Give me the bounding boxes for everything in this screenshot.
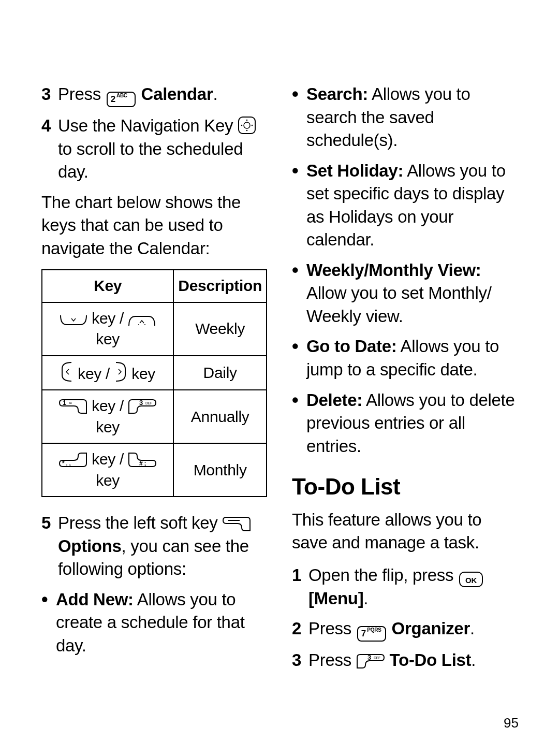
bullet-body: Delete: Allows you to delete previous en… — [306, 389, 518, 458]
down-key-icon — [60, 310, 87, 327]
bold-text: Calendar — [141, 84, 213, 104]
left-column: 3 Press 2 ABC Calendar. 4 Use the Naviga… — [41, 83, 267, 679]
text: . — [471, 650, 476, 670]
todo-step-3: 3 Press 3DEF To-Do List. — [292, 649, 518, 672]
todo-step-1: 1 Open the flip, press OK [Menu]. — [292, 564, 518, 610]
text: . — [470, 619, 475, 638]
step-3: 3 Press 2 ABC Calendar. — [41, 83, 267, 107]
key-7-icon: 7 PQRS — [357, 626, 386, 642]
ok-key-icon: OK — [459, 572, 483, 587]
text: to scroll to the scheduled day. — [58, 139, 243, 182]
desc-cell: Monthly — [173, 443, 267, 497]
key-star-icon: * . , — [58, 450, 87, 468]
svg-point-2 — [246, 120, 248, 121]
bullet-search: • Search: Allows you to search the saved… — [292, 83, 518, 152]
step-body: Open the flip, press OK [Menu]. — [308, 564, 518, 610]
text: key / — [87, 397, 128, 414]
svg-point-6 — [138, 324, 139, 325]
desc-cell: Annually — [173, 390, 267, 443]
bold-text: Delete: — [306, 390, 362, 410]
bullet-body: Add New: Allows you to create a schedule… — [56, 588, 267, 658]
text: key — [127, 365, 155, 382]
bullet-dot: • — [41, 588, 56, 658]
bullet-set-holiday: • Set Holiday: Allows you to set specifi… — [292, 159, 518, 252]
right-key-icon — [114, 365, 127, 382]
svg-point-1 — [244, 122, 250, 128]
key-1-icon: 1∞ — [58, 397, 87, 414]
bullet-body: Go to Date: Allows you to jump to a spec… — [306, 335, 518, 381]
two-column-layout: 3 Press 2 ABC Calendar. 4 Use the Naviga… — [41, 83, 518, 679]
step-body: Press 3DEF To-Do List. — [308, 649, 518, 672]
svg-text:3: 3 — [139, 399, 143, 406]
text: key / — [87, 450, 128, 468]
bold-text: Options — [58, 536, 122, 556]
bold-text: Go to Date: — [306, 337, 397, 356]
key-navigation-table: Key Description key / key Weekly key / k… — [41, 269, 267, 497]
text: Use the Navigation Key — [58, 116, 238, 135]
svg-text:1: 1 — [63, 399, 66, 406]
bold-text: [Menu] — [308, 589, 363, 608]
text: Press the left soft key — [58, 513, 222, 532]
text: Allow you to set Monthly/ Weekly view. — [306, 283, 492, 326]
step-number: 3 — [41, 83, 58, 107]
key-cell: key / key — [42, 302, 173, 356]
bullet-dot: • — [292, 259, 306, 328]
text: key / — [87, 310, 128, 327]
svg-point-3 — [246, 130, 248, 132]
bullet-dot: • — [292, 389, 306, 458]
key-cell: * . , key / # ; key — [42, 443, 173, 497]
step-4: 4 Use the Navigation Key to scroll to th… — [41, 114, 267, 184]
text — [385, 650, 390, 670]
bullet-add-new: • Add New: Allows you to create a schedu… — [41, 588, 267, 658]
text: key — [96, 418, 120, 435]
bold-text: Set Holiday: — [306, 161, 403, 180]
bullet-dot: • — [292, 335, 306, 381]
step-number: 2 — [292, 617, 308, 642]
bold-text: Add New: — [56, 590, 134, 609]
svg-point-7 — [144, 324, 145, 325]
text: key / — [73, 365, 114, 382]
bold-text: Search: — [306, 84, 368, 104]
desc-cell: Weekly — [173, 302, 267, 356]
left-soft-key-icon — [222, 513, 251, 532]
table-row: * . , key / # ; key Monthly — [42, 443, 267, 497]
bullet-delete: • Delete: Allows you to delete previous … — [292, 389, 518, 458]
table-header-row: Key Description — [42, 270, 267, 302]
bullet-body: Search: Allows you to search the saved s… — [306, 83, 518, 152]
key-cell: key / key — [42, 356, 173, 390]
key-3-icon: 3DEF — [128, 397, 157, 414]
step-number: 3 — [292, 649, 308, 672]
bullet-body: Set Holiday: Allows you to set specific … — [306, 159, 518, 252]
step-body: Press 7 PQRS Organizer. — [308, 617, 518, 642]
heading-to-do-list: To-Do List — [292, 471, 518, 502]
step-number: 1 — [292, 564, 308, 610]
table-row: 1∞ key / 3DEF key Annually — [42, 390, 267, 443]
table-row: key / key Daily — [42, 356, 267, 390]
text: Open the flip, press — [308, 565, 458, 585]
table-row: key / key Weekly — [42, 302, 267, 356]
right-column: • Search: Allows you to search the saved… — [292, 83, 518, 679]
todo-step-2: 2 Press 7 PQRS Organizer. — [292, 617, 518, 642]
up-key-icon — [128, 310, 156, 327]
key-3-icon: 3DEF — [356, 650, 385, 670]
manual-page: 3 Press 2 ABC Calendar. 4 Use the Naviga… — [0, 0, 559, 756]
svg-text:DEF: DEF — [374, 656, 380, 660]
svg-text:∞: ∞ — [69, 401, 72, 405]
th-key: Key — [42, 270, 173, 302]
step-body: Press 2 ABC Calendar. — [58, 83, 267, 107]
nav-key-icon — [238, 116, 256, 135]
step-number: 5 — [41, 512, 58, 581]
step-number: 4 — [41, 114, 58, 184]
key-2-icon: 2 ABC — [107, 92, 136, 107]
page-number: 95 — [504, 715, 519, 731]
key-cell: 1∞ key / 3DEF key — [42, 390, 173, 443]
bullet-dot: • — [292, 83, 306, 152]
step-body: Use the Navigation Key to scroll to the … — [58, 114, 267, 184]
bullet-dot: • — [292, 159, 306, 252]
svg-text:DEF: DEF — [145, 401, 152, 405]
left-key-icon — [60, 365, 73, 382]
bullet-go-to-date: • Go to Date: Allows you to jump to a sp… — [292, 335, 518, 381]
text: Press — [308, 650, 356, 670]
paragraph: This feature allows you to save and mana… — [292, 508, 518, 555]
desc-cell: Daily — [173, 356, 267, 390]
